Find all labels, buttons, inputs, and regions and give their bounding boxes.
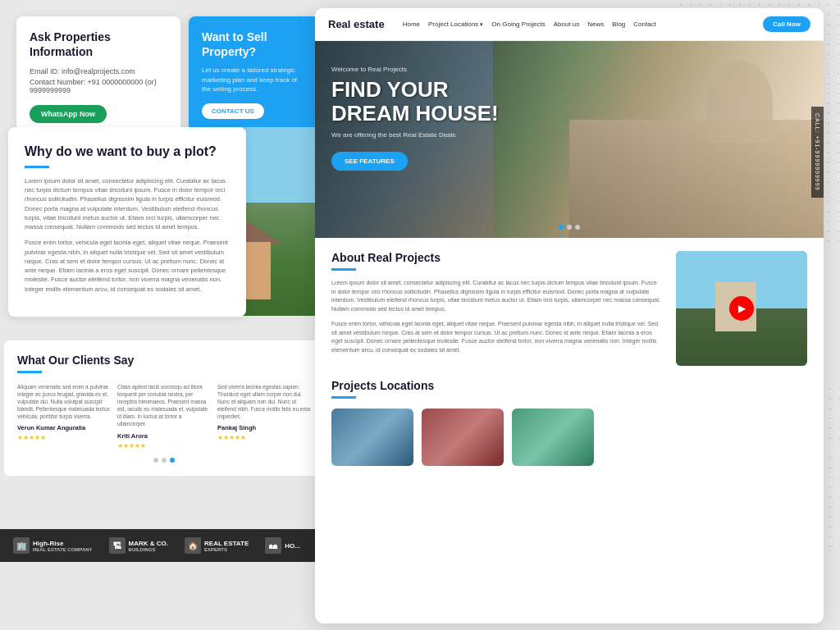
nav-project-locations[interactable]: Project Locations <box>428 21 483 28</box>
hero-content: Welcome to Real Projects FIND YOURDREAM … <box>331 66 499 171</box>
hero-dot-2[interactable] <box>567 225 572 230</box>
projects-section: Projects Locations <box>315 379 824 479</box>
client-2-name: Kriti Arora <box>117 432 211 440</box>
hero-subtitle: We are offering the best Real Estate Dea… <box>331 131 499 139</box>
project-card-3[interactable] <box>512 409 594 466</box>
about-image: ▶ <box>676 251 807 366</box>
vertical-call-text: CALL: +91-9999999999 <box>811 107 824 198</box>
hero-carousel-dots <box>559 225 580 230</box>
clients-grid: Aliquam venenatis sed enim a pulvinar. I… <box>17 383 311 450</box>
client-2-text: Class aptent taciti sociosqu ad litora t… <box>117 383 211 428</box>
partner-markco-label: MARK & CO. BUILDINGS <box>129 540 168 552</box>
call-now-button[interactable]: Call Now <box>763 16 810 32</box>
clients-title: What Our Clients Say <box>17 354 311 367</box>
client-2-stars: ★★★★★ <box>117 442 211 450</box>
main-website-panel: Real estate Home Project Locations On Go… <box>315 8 824 623</box>
hero-title: FIND YOURDREAM HOUSE! <box>331 78 499 125</box>
nav-about[interactable]: About us <box>554 21 580 28</box>
partner-highrise-icon: 🏢 <box>13 537 30 554</box>
left-panel: Ask Properties Information Email ID: inf… <box>0 0 320 630</box>
partner-highrise: 🏢 High-Rise REAL ESTATE COMPANY <box>13 537 93 554</box>
ask-card-contact: Contact Number: +91 0000000000 (or) 9999… <box>30 78 167 94</box>
about-paragraph2: Fusce enim tortor, vehicula eget lacinia… <box>331 320 663 354</box>
projects-grid <box>331 409 807 466</box>
client-1-stars: ★★★★★ <box>17 434 111 441</box>
nav-blog[interactable]: Blog <box>612 21 625 28</box>
hero-dot-3[interactable] <box>575 225 580 230</box>
why-buy-paragraph2: Fusce enim tortor, vehicula eget lacinia… <box>25 238 230 294</box>
carousel-dots <box>17 458 311 463</box>
sell-card-title: Want to Sell Property? <box>202 30 307 59</box>
nav-home[interactable]: Home <box>403 21 420 28</box>
partner-highrise-label: High-Rise REAL ESTATE COMPANY <box>33 540 93 552</box>
partners-bar: 🏢 High-Rise REAL ESTATE COMPANY 🏗 MARK &… <box>0 529 328 562</box>
about-underline <box>331 268 356 271</box>
partner-realestate-icon: 🏠 <box>185 537 201 554</box>
client-3-name: Pankaj Singh <box>217 424 311 431</box>
partner-realestate: 🏠 REAL ESTATE EXPERTS <box>185 537 249 554</box>
carousel-dot-2[interactable] <box>162 458 167 463</box>
client-card-1: Aliquam venenatis sed enim a pulvinar. I… <box>17 383 111 450</box>
clients-underline <box>17 371 42 373</box>
client-3-stars: ★★★★★ <box>217 434 311 441</box>
ask-card-title: Ask Properties Information <box>30 30 167 59</box>
about-title: About Real Projects <box>331 251 663 264</box>
carousel-dot-1[interactable] <box>153 458 158 463</box>
about-section: About Real Projects Lorem ipsum dolor si… <box>315 238 824 379</box>
partner-other-label: HO... <box>285 542 300 550</box>
nav-news[interactable]: News <box>587 21 604 28</box>
nav-ongoing-projects[interactable]: On Going Projects <box>491 21 545 28</box>
about-text-content: About Real Projects Lorem ipsum dolor si… <box>331 251 663 366</box>
sell-card-description: Let us create a tailored strategic marke… <box>202 66 307 94</box>
projects-underline <box>331 396 356 399</box>
projects-title: Projects Locations <box>331 379 807 392</box>
project-card-1[interactable] <box>331 409 413 466</box>
partner-markco-icon: 🏗 <box>109 537 126 554</box>
about-paragraph1: Lorem ipsum dolor sit amet, consectetur … <box>331 279 663 313</box>
whatsapp-button[interactable]: WhatsApp Now <box>30 105 107 123</box>
partner-markco: 🏗 MARK & CO. BUILDINGS <box>109 537 168 554</box>
why-buy-card: Why do we want to buy a plot? Lorem ipsu… <box>8 127 246 317</box>
sell-property-card: Want to Sell Property? Let us create a t… <box>189 16 320 132</box>
clients-section: What Our Clients Say Aliquam venenatis s… <box>4 340 324 476</box>
partner-realestate-label: REAL ESTATE EXPERTS <box>204 540 249 552</box>
project-card-2[interactable] <box>422 409 504 466</box>
nav-links: Home Project Locations On Going Projects… <box>403 21 754 28</box>
client-card-3: Sed viverra lacinia egestas sapien. Tinc… <box>217 383 311 450</box>
hero-section: Welcome to Real Projects FIND YOURDREAM … <box>315 41 824 238</box>
partner-other: 🏘 HO... <box>265 537 300 554</box>
ask-properties-card: Ask Properties Information Email ID: inf… <box>16 16 180 136</box>
ask-card-email: Email ID: info@realprojects.com <box>30 67 167 75</box>
why-buy-title: Why do we want to buy a plot? <box>25 144 230 161</box>
hero-dot-1[interactable] <box>559 225 564 230</box>
blue-underline-decoration <box>25 166 49 168</box>
contact-us-button[interactable]: CONTACT US <box>202 103 264 119</box>
client-1-name: Verun Kumar Anguralia <box>17 424 111 431</box>
play-video-button[interactable]: ▶ <box>729 296 754 321</box>
navbar-brand: Real estate <box>328 18 385 30</box>
nav-contact[interactable]: Contact <box>633 21 656 28</box>
navbar: Real estate Home Project Locations On Go… <box>315 8 824 41</box>
client-1-text: Aliquam venenatis sed enim a pulvinar. I… <box>17 383 111 420</box>
client-card-2: Class aptent taciti sociosqu ad litora t… <box>117 383 211 450</box>
client-3-text: Sed viverra lacinia egestas sapien. Tinc… <box>217 383 311 420</box>
hero-welcome-text: Welcome to Real Projects <box>331 66 499 73</box>
why-buy-paragraph1: Lorem ipsum dolor sit amet, consectetur … <box>25 176 230 232</box>
see-features-button[interactable]: SEE FEATURES <box>331 152 408 171</box>
carousel-dot-3-active[interactable] <box>170 458 175 463</box>
partner-other-icon: 🏘 <box>265 537 281 554</box>
